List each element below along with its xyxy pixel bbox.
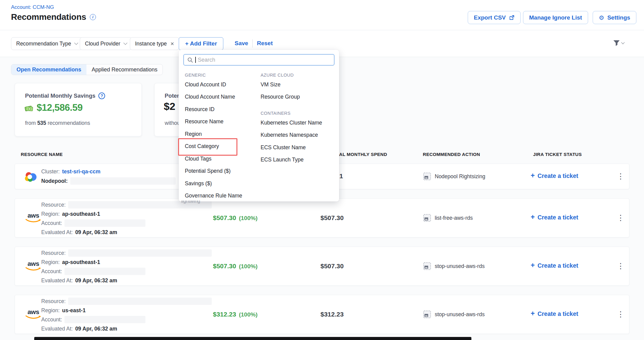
recommended-action-label: stop-unused-aws-rds xyxy=(435,263,485,269)
filter-option-cloud-account-id[interactable]: Cloud Account ID xyxy=(185,78,261,91)
filter-option-savings[interactable]: Savings ($) xyxy=(185,177,261,190)
save-filter-link[interactable]: Save xyxy=(235,40,248,47)
broken-image-icon xyxy=(423,214,431,222)
table-row[interactable]: aws Resource: Region: us-east-1 Account:… xyxy=(15,295,629,334)
region-value: ap-southeast-1 xyxy=(62,211,100,217)
recommended-action-label: list-free-aws-rds xyxy=(435,215,473,221)
region-label: Region: xyxy=(41,211,60,217)
create-ticket-link[interactable]: + Create a ticket xyxy=(531,310,578,317)
filter-option-cost-category[interactable]: Cost Category xyxy=(185,140,261,153)
savings-percent: (100%) xyxy=(239,215,258,222)
savings-percent: (100%) xyxy=(239,263,258,270)
dropdown-search-box[interactable] xyxy=(183,54,335,66)
filter-panel-toggle[interactable] xyxy=(613,40,624,46)
total-spend-partial: 1 xyxy=(339,172,343,180)
info-icon[interactable]: i xyxy=(90,14,96,20)
cluster-line: Cluster: test-sri-qa-ccm xyxy=(41,168,101,175)
settings-button[interactable]: ⚙ Settings xyxy=(593,11,636,24)
tab-applied-recommendations[interactable]: Applied Recommendations xyxy=(86,64,163,75)
filter-option-vm-size[interactable]: VM Size xyxy=(261,78,335,91)
dropdown-column-azure-containers: AZURE CLOUD VM Size Resource Group CONTA… xyxy=(261,72,335,166)
filter-option-kubernetes-namespace[interactable]: Kubernetes Namespace xyxy=(261,129,335,142)
funnel-icon xyxy=(613,40,620,46)
region-value: ap-southeast-1 xyxy=(62,259,100,266)
spend-amount-partial: $2 xyxy=(164,100,175,112)
evaluated-line: Evaluated At: 09 Apr, 06:32 am xyxy=(41,277,117,284)
column-header-resource-name: RESOURCE NAME xyxy=(21,152,63,157)
recommended-action-label: Nodepool Rightsizing xyxy=(435,173,485,180)
add-filter-button[interactable]: + Add Filter xyxy=(179,37,223,50)
column-header-recommended-action: RECOMMENDED ACTION xyxy=(423,152,480,157)
chip-label: Recommendation Type xyxy=(16,41,71,47)
filter-option-resource-name[interactable]: Resource Name xyxy=(185,116,261,128)
page-title-row: Recommendations i xyxy=(11,12,96,22)
close-icon[interactable]: × xyxy=(170,41,174,47)
filter-chip-cloud-provider[interactable]: Cloud Provider xyxy=(80,37,132,50)
total-spend-cell: $507.30 xyxy=(320,262,344,270)
create-ticket-link[interactable]: + Create a ticket xyxy=(531,172,578,179)
section-heading-azure-cloud: AZURE CLOUD xyxy=(261,72,335,78)
export-csv-button[interactable]: Export CSV xyxy=(468,11,521,24)
filter-option-governance-rule-name[interactable]: Governance Rule Name xyxy=(185,190,261,202)
filter-option-ecs-launch-type[interactable]: ECS Launch Type xyxy=(261,154,335,166)
column-header-total-monthly-spend-partial: AL MONTHLY SPEND xyxy=(339,152,387,157)
account-label: Account: xyxy=(41,268,62,275)
dropdown-column-generic: GENERIC Cloud Account ID Cloud Account N… xyxy=(185,72,261,202)
savings-card-title: Potential Monthly Savings xyxy=(25,92,95,99)
external-link-icon xyxy=(509,15,514,20)
filter-option-cloud-tags[interactable]: Cloud Tags xyxy=(185,153,261,165)
filter-option-ecs-cluster-name[interactable]: ECS Cluster Name xyxy=(261,141,335,154)
chevron-down-icon xyxy=(621,41,624,44)
broken-image-icon xyxy=(423,310,431,318)
filter-chip-instance-type[interactable]: Instance type × xyxy=(130,37,179,50)
filter-option-kubernetes-cluster-name[interactable]: Kubernetes Cluster Name xyxy=(261,117,335,129)
section-gap xyxy=(261,103,335,110)
chip-label: Instance type xyxy=(135,41,167,47)
create-ticket-label: Create a ticket xyxy=(537,214,578,221)
reset-filter-link[interactable]: Reset xyxy=(257,40,273,47)
search-icon xyxy=(187,57,193,63)
row-menu-kebab-icon[interactable]: ⋮ xyxy=(617,214,624,222)
evaluated-label: Evaluated At: xyxy=(41,326,73,332)
evaluated-label: Evaluated At: xyxy=(41,277,73,284)
spend-card-title-partial: Poten xyxy=(165,92,180,99)
create-ticket-link[interactable]: + Create a ticket xyxy=(531,214,578,221)
row-menu-kebab-icon[interactable]: ⋮ xyxy=(617,262,624,270)
help-icon[interactable]: ? xyxy=(98,92,105,99)
create-ticket-label: Create a ticket xyxy=(537,262,578,269)
resource-label: Resource: xyxy=(41,298,66,305)
filter-option-resource-id[interactable]: Resource ID xyxy=(185,103,261,116)
table-row[interactable]: aws Resource: Region: ap-southeast-1 Acc… xyxy=(15,247,629,286)
table-row[interactable]: aws Resource: Region: ap-southeast-1 Acc… xyxy=(15,198,629,237)
gcp-icon xyxy=(24,172,37,182)
filter-option-cloud-account-name[interactable]: Cloud Account Name xyxy=(185,91,261,103)
create-ticket-link[interactable]: + Create a ticket xyxy=(531,262,578,269)
row-menu-kebab-icon[interactable]: ⋮ xyxy=(617,310,624,318)
filter-option-potential-spend[interactable]: Potential Spend ($) xyxy=(185,165,261,178)
chevron-down-icon xyxy=(74,41,78,45)
manage-ignore-list-button[interactable]: Manage Ignore List xyxy=(523,11,588,24)
create-ticket-label: Create a ticket xyxy=(537,310,578,317)
evaluated-value: 09 Apr, 06:32 am xyxy=(75,229,117,236)
filter-option-region[interactable]: Region xyxy=(185,128,261,140)
savings-sub-count: 535 xyxy=(37,120,46,126)
dropdown-search-input[interactable] xyxy=(198,57,331,63)
savings-amount: $507.30 xyxy=(213,214,236,222)
redacted-value xyxy=(70,177,176,185)
filter-chip-recommendation-type[interactable]: Recommendation Type xyxy=(11,37,83,50)
nodepool-label: Nodepool: xyxy=(41,178,68,184)
region-label: Region: xyxy=(41,307,60,314)
recommended-action: list-free-aws-rds xyxy=(423,214,473,222)
nodepool-line: Nodepool: xyxy=(41,177,176,185)
recommended-action: stop-unused-aws-rds xyxy=(423,310,485,318)
monthly-savings-cell: $507.30 (100%) xyxy=(213,214,258,222)
row-menu-kebab-icon[interactable]: ⋮ xyxy=(617,172,624,180)
filter-option-resource-group[interactable]: Resource Group xyxy=(261,91,335,103)
tab-open-recommendations[interactable]: Open Recommendations xyxy=(11,64,86,75)
region-value: us-east-1 xyxy=(62,307,86,314)
section-heading-generic: GENERIC xyxy=(185,72,261,78)
redacted-value xyxy=(64,268,145,275)
cluster-name-link[interactable]: test-sri-qa-ccm xyxy=(62,168,100,175)
breadcrumb[interactable]: Account: CCM-NG xyxy=(11,4,54,10)
money-icon xyxy=(24,104,34,112)
